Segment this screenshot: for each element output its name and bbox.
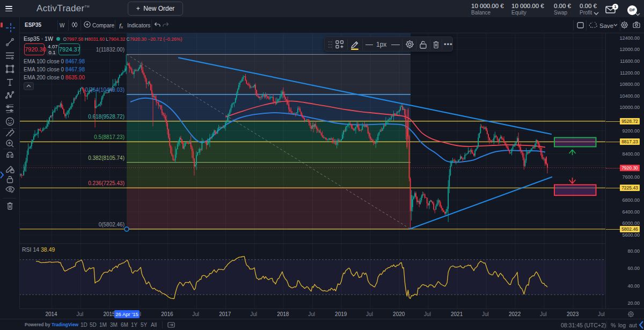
svg-text:0.5(8817.23): 0.5(8817.23) — [94, 134, 125, 140]
svg-text:0(5802.46): 0(5802.46) — [99, 222, 125, 228]
svg-text:1(11832.00): 1(11832.00) — [96, 47, 125, 53]
svg-text:0.618(9528.72): 0.618(9528.72) — [88, 114, 125, 120]
svg-text:0.236(7225.43): 0.236(7225.43) — [88, 180, 125, 186]
svg-text:0.764(10449.03): 0.764(10449.03) — [85, 87, 125, 93]
svg-text:0.382(8105.74): 0.382(8105.74) — [88, 155, 125, 161]
